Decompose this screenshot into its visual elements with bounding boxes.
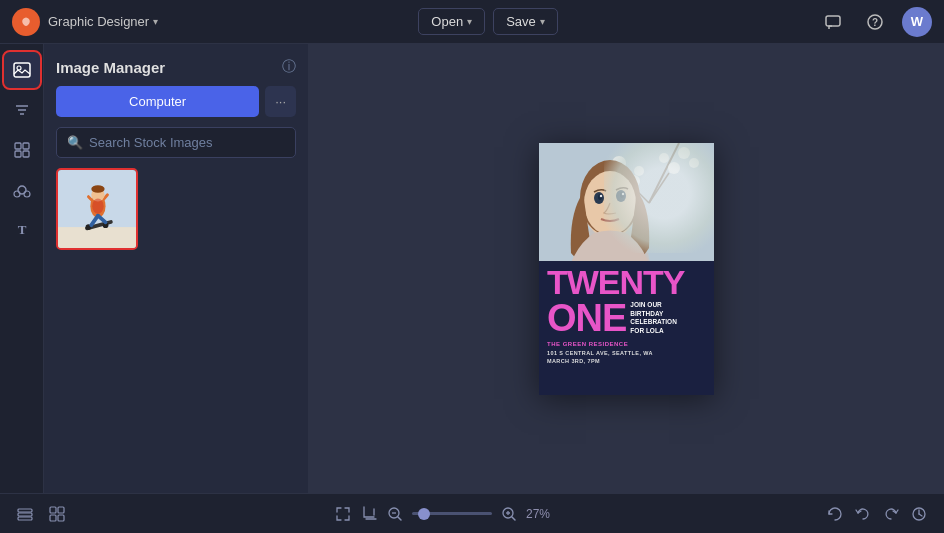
save-button[interactable]: Save ▾ [493, 8, 558, 35]
zoom-slider[interactable] [412, 512, 492, 515]
svg-rect-58 [50, 515, 56, 521]
side-text: JOIN OURBIRTHDAYCELEBRATIONFOR LOLA [630, 299, 676, 336]
computer-row: Computer ··· [56, 86, 296, 117]
svg-point-37 [612, 156, 626, 170]
project-name-dropdown[interactable]: Graphic Designer ▾ [48, 14, 158, 29]
zoom-out-button[interactable] [386, 505, 404, 523]
venue-date: MARCH 3RD, 7PM [547, 357, 706, 365]
computer-label: Computer [129, 94, 186, 109]
svg-point-50 [620, 192, 624, 198]
bottom-left [16, 505, 66, 523]
image-grid [56, 168, 296, 250]
thumb-inner [58, 170, 136, 248]
venue-address: 101 S CENTRAL AVE, SEATTLE, WA [547, 349, 706, 357]
big-word-twenty: TWENTY [547, 265, 685, 299]
crop-icon[interactable] [360, 505, 378, 523]
svg-point-38 [668, 162, 680, 174]
save-label: Save [506, 14, 536, 29]
avatar[interactable]: W [902, 7, 932, 37]
svg-point-52 [622, 192, 624, 194]
image-thumbnail[interactable] [56, 168, 138, 250]
filters-icon[interactable] [4, 92, 40, 128]
svg-rect-12 [23, 151, 29, 157]
chat-icon[interactable] [818, 7, 848, 37]
svg-point-15 [24, 191, 30, 197]
panel-header: Image Manager ⓘ [56, 58, 296, 76]
topbar-left: Graphic Designer ▾ [12, 8, 158, 36]
big-text-row2: ONE JOIN OURBIRTHDAYCELEBRATIONFOR LOLA [547, 299, 706, 337]
computer-button[interactable]: Computer [56, 86, 259, 117]
svg-line-62 [398, 517, 401, 520]
info-icon[interactable]: ⓘ [282, 58, 296, 76]
project-name-chevron: ▾ [153, 16, 158, 27]
save-chevron: ▾ [540, 16, 545, 27]
svg-point-29 [92, 199, 103, 214]
open-chevron: ▾ [467, 16, 472, 27]
big-text-row1: TWENTY [547, 265, 706, 299]
svg-rect-57 [58, 507, 64, 513]
card-body: TWENTY ONE JOIN OURBIRTHDAYCELEBRATIONFO… [539, 261, 714, 395]
svg-text:T: T [17, 222, 26, 237]
svg-point-36 [634, 166, 644, 176]
topbar-center: Open ▾ Save ▾ [418, 8, 557, 35]
main-area: T Image Manager ⓘ Computer ··· 🔍 [0, 44, 944, 493]
shapes-icon[interactable] [4, 172, 40, 208]
project-name-label: Graphic Designer [48, 14, 149, 29]
svg-point-28 [91, 185, 104, 193]
topbar-right: ? W [818, 7, 932, 37]
redo-icon[interactable] [882, 505, 900, 523]
image-manager-icon[interactable] [4, 52, 40, 88]
svg-line-31 [649, 143, 679, 203]
more-button[interactable]: ··· [265, 86, 296, 117]
zoom-percentage: 27% [526, 507, 558, 521]
zoom-in-button[interactable] [500, 505, 518, 523]
svg-rect-1 [826, 16, 840, 26]
text-icon[interactable]: T [4, 212, 40, 248]
svg-rect-53 [18, 509, 32, 512]
bottom-bar: 27% [0, 493, 944, 533]
side-panel: Image Manager ⓘ Computer ··· 🔍 [44, 44, 309, 493]
svg-point-39 [659, 153, 669, 163]
card-photo [539, 143, 714, 274]
svg-rect-9 [15, 143, 21, 149]
layers-icon[interactable] [16, 505, 34, 523]
svg-rect-59 [58, 515, 64, 521]
design-card[interactable]: TWENTY ONE JOIN OURBIRTHDAYCELEBRATIONFO… [539, 143, 714, 395]
search-input[interactable] [89, 135, 285, 150]
svg-point-34 [628, 175, 640, 187]
big-word-one: ONE [547, 299, 626, 337]
undo-icon[interactable] [854, 505, 872, 523]
open-button[interactable]: Open ▾ [418, 8, 485, 35]
more-label: ··· [275, 94, 286, 109]
svg-rect-54 [18, 513, 32, 516]
bottom-right [826, 505, 928, 523]
refresh-icon[interactable] [826, 505, 844, 523]
fit-screen-icon[interactable] [334, 505, 352, 523]
svg-text:?: ? [872, 17, 878, 28]
search-icon: 🔍 [67, 135, 83, 150]
svg-point-5 [17, 66, 21, 70]
grid-icon[interactable] [4, 132, 40, 168]
logo-icon[interactable] [12, 8, 40, 36]
svg-line-32 [629, 183, 649, 203]
canvas-area: TWENTY ONE JOIN OURBIRTHDAYCELEBRATIONFO… [309, 44, 944, 493]
svg-point-48 [616, 190, 626, 202]
history-icon[interactable] [910, 505, 928, 523]
svg-rect-56 [50, 507, 56, 513]
open-label: Open [431, 14, 463, 29]
svg-rect-55 [18, 517, 32, 520]
help-icon[interactable]: ? [860, 7, 890, 37]
bottom-info: THE GREEN RESIDENCE 101 S CENTRAL AVE, S… [547, 341, 706, 366]
svg-point-14 [14, 191, 20, 197]
svg-point-35 [622, 170, 632, 180]
topbar: Graphic Designer ▾ Open ▾ Save ▾ ? W [0, 0, 944, 44]
svg-rect-18 [58, 227, 136, 248]
grid-view-icon[interactable] [48, 505, 66, 523]
svg-point-41 [689, 158, 699, 168]
bottom-center: 27% [334, 505, 558, 523]
venue-name: THE GREEN RESIDENCE [547, 341, 706, 347]
svg-point-46 [584, 171, 636, 235]
search-bar[interactable]: 🔍 [56, 127, 296, 158]
svg-point-51 [600, 194, 602, 196]
svg-line-69 [919, 514, 922, 516]
